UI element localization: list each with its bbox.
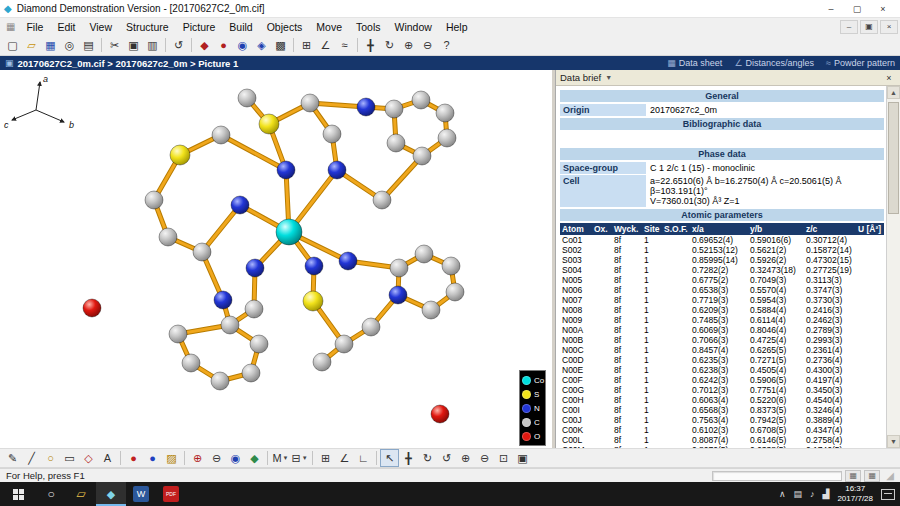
open-file-icon[interactable]: ▱ xyxy=(22,36,41,54)
polyhedra-icon[interactable]: ◆ xyxy=(245,449,264,467)
atom-C-c27[interactable] xyxy=(245,300,263,318)
find-binoculars-icon[interactable]: ◎ xyxy=(60,36,79,54)
atom-N-n7[interactable] xyxy=(339,252,357,270)
circle-tool-icon[interactable]: ○ xyxy=(41,449,60,467)
undo-icon[interactable]: ↺ xyxy=(169,36,188,54)
new-structure-icon[interactable]: ◆ xyxy=(195,36,214,54)
atom-C-c9[interactable] xyxy=(145,191,163,209)
tray-keyboard-icon[interactable]: ▤ xyxy=(793,489,802,499)
table-row[interactable]: N00E8f10.6238(3)0.4505(4)0.4300(3) xyxy=(560,365,884,375)
taskbar-pdf-icon[interactable]: PDF xyxy=(156,482,186,506)
menu-move[interactable]: Move xyxy=(309,20,349,34)
taskbar-file-explorer-icon[interactable]: ▱ xyxy=(66,482,96,506)
rotate-icon[interactable]: ↻ xyxy=(380,36,399,54)
atom-C-c17[interactable] xyxy=(250,335,268,353)
panel-scrollbar[interactable]: ▲ ▼ xyxy=(886,86,900,448)
atom-C-c1[interactable] xyxy=(301,94,319,112)
add-bonds-icon[interactable]: ◉ xyxy=(233,36,252,54)
tray-expand-icon[interactable]: ∧ xyxy=(779,489,786,499)
atom-C-c4[interactable] xyxy=(436,104,454,122)
atom-C-c12[interactable] xyxy=(221,316,239,334)
resize-grip[interactable]: ◢ xyxy=(886,470,894,481)
table-row[interactable]: S0038f10.85995(14)0.5926(2)0.47302(15) xyxy=(560,255,884,265)
menu-build[interactable]: Build xyxy=(222,20,259,34)
atom-C-c7[interactable] xyxy=(387,134,405,152)
zoom-out-icon[interactable]: ⊖ xyxy=(418,36,437,54)
atom-O-o1[interactable] xyxy=(83,299,101,317)
snapshot-icon[interactable]: ▣ xyxy=(513,449,532,467)
table-row[interactable]: N00C8f10.8457(4)0.6265(5)0.2361(4) xyxy=(560,345,884,355)
table-row[interactable]: N0088f10.6209(3)0.5884(4)0.2416(3) xyxy=(560,305,884,315)
table-row[interactable]: C00L8f10.8087(4)0.6146(5)0.2758(4) xyxy=(560,435,884,445)
atom-C-c19[interactable] xyxy=(313,353,331,371)
pointer-mode-icon[interactable]: ↖ xyxy=(380,449,399,467)
window-minimize-button[interactable]: – xyxy=(818,1,844,17)
add-atoms-icon[interactable]: ● xyxy=(214,36,233,54)
atom-C-c8[interactable] xyxy=(212,126,230,144)
taskbar-diamond-app-icon[interactable]: ◆ xyxy=(96,482,126,506)
panel-close-icon[interactable]: × xyxy=(882,72,896,84)
atom-N-n5[interactable] xyxy=(246,259,264,277)
scrollbar-thumb[interactable] xyxy=(888,102,899,214)
tray-network-icon[interactable]: ▟ xyxy=(822,489,829,499)
menu-view[interactable]: View xyxy=(82,20,119,34)
zoom-in-icon[interactable]: ⊕ xyxy=(399,36,418,54)
window-close-button[interactable]: × xyxy=(870,1,896,17)
atom-O-o2[interactable] xyxy=(431,405,449,423)
angle-icon[interactable]: ∠ xyxy=(335,449,354,467)
chevron-down-icon[interactable]: ▼ xyxy=(605,74,612,81)
child-close-button[interactable]: × xyxy=(880,20,898,34)
status-grid-icon-2[interactable]: ▦ xyxy=(864,470,880,482)
polygon-tool-icon[interactable]: ◇ xyxy=(79,449,98,467)
atom-C-c22[interactable] xyxy=(415,245,433,263)
atom-C-c23[interactable] xyxy=(442,257,460,275)
menu-file[interactable]: File xyxy=(19,20,50,34)
atom-C-c6[interactable] xyxy=(413,147,431,165)
atom-C-c21[interactable] xyxy=(390,259,408,277)
atom-C-c20[interactable] xyxy=(362,318,380,336)
menu-tools[interactable]: Tools xyxy=(349,20,388,34)
connect-atoms-icon[interactable]: ◉ xyxy=(226,449,245,467)
table-row[interactable]: N00A8f10.6069(3)0.8046(4)0.2789(3) xyxy=(560,325,884,335)
coordination-icon[interactable]: ◈ xyxy=(252,36,271,54)
table-row[interactable]: C00K8f10.6102(3)0.6708(5)0.4347(4) xyxy=(560,425,884,435)
breadcrumb[interactable]: 20170627C2_0m.cif > 20170627c2_0m > Pict… xyxy=(18,58,239,69)
data-sheet-tab[interactable]: ▦Data sheet xyxy=(667,58,722,68)
menu-objects[interactable]: Objects xyxy=(260,20,310,34)
child-restore-button[interactable]: ▣ xyxy=(860,20,878,34)
atom-C-c10[interactable] xyxy=(159,228,177,246)
taskbar-word-icon[interactable]: W xyxy=(126,482,156,506)
pan-icon[interactable]: ╋ xyxy=(399,449,418,467)
powder-icon[interactable]: ≈ xyxy=(335,36,354,54)
table-row[interactable]: Co018f10.69652(4)0.59016(6)0.30712(4) xyxy=(560,235,884,245)
atom-N-n3[interactable] xyxy=(277,161,295,179)
atom-S-s3[interactable] xyxy=(303,291,323,311)
menu-structure[interactable]: Structure xyxy=(119,20,176,34)
zoom-out-icon[interactable]: ⊖ xyxy=(475,449,494,467)
table-row[interactable]: C00M8f10.8070(5)0.6338(5)0.1746(5) xyxy=(560,445,884,448)
atom-C-c2[interactable] xyxy=(385,100,403,118)
atom-C-c16[interactable] xyxy=(242,364,260,382)
data-brief-header[interactable]: Data brief ▼ × xyxy=(556,70,900,86)
start-button[interactable] xyxy=(0,482,36,506)
tray-volume-icon[interactable]: ♪ xyxy=(810,489,815,499)
model-mode-dropdown[interactable]: M▼ xyxy=(271,449,290,467)
text-tool-icon[interactable]: A xyxy=(98,449,117,467)
move-icon[interactable]: ╋ xyxy=(361,36,380,54)
taskbar-search-icon[interactable]: ○ xyxy=(36,482,66,506)
table-icon[interactable]: ⊞ xyxy=(316,449,335,467)
child-minimize-button[interactable]: – xyxy=(840,20,858,34)
menu-edit[interactable]: Edit xyxy=(50,20,82,34)
atom-S-s1[interactable] xyxy=(170,145,190,165)
atom-N-n8[interactable] xyxy=(214,291,232,309)
new-document-icon[interactable]: ▢ xyxy=(3,36,22,54)
window-maximize-button[interactable]: ▢ xyxy=(844,1,870,17)
fit-view-icon[interactable]: ⊡ xyxy=(494,449,513,467)
table-row[interactable]: N0068f10.6538(3)0.5570(4)0.3747(3) xyxy=(560,285,884,295)
atom-color-icon[interactable]: ● xyxy=(124,449,143,467)
wireframe-dropdown[interactable]: ⊟▼ xyxy=(290,449,309,467)
atom-C-c28[interactable] xyxy=(238,89,256,107)
table-row[interactable]: N0058f10.6775(2)0.7049(3)0.3113(3) xyxy=(560,275,884,285)
powder-pattern-tab[interactable]: ≈Powder pattern xyxy=(826,58,895,68)
action-center-icon[interactable] xyxy=(881,489,895,500)
